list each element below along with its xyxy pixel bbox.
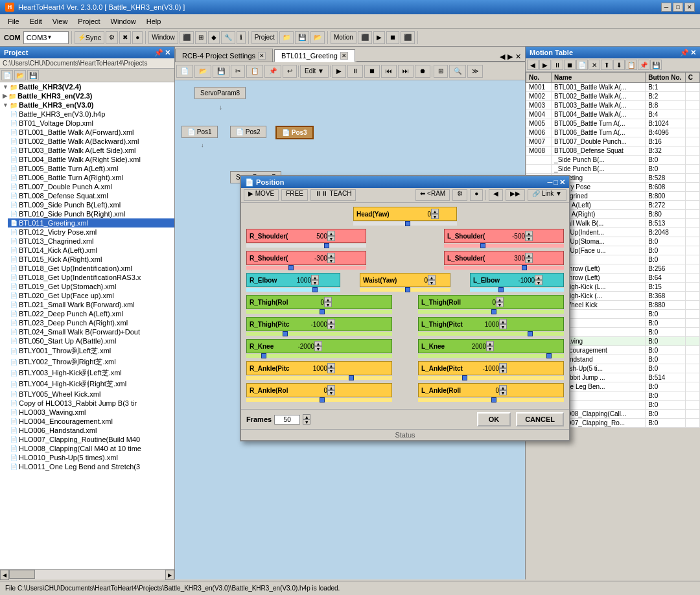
l-shoulder-500-up[interactable]: ▲ — [525, 231, 533, 236]
l-thigh-roll-input[interactable] — [473, 299, 496, 306]
tree-file-hlo010[interactable]: 📄 HLO010_Push-Up(5 times).xml — [8, 453, 174, 462]
waist-yaw-up[interactable]: ▲ — [428, 275, 436, 280]
r-knee-thumb[interactable] — [261, 353, 266, 358]
r-shoulder-300-up[interactable]: ▲ — [327, 253, 335, 258]
r-ankle-pitch-track[interactable] — [246, 376, 392, 380]
toolbar-m1[interactable]: ⬛ — [358, 31, 372, 44]
motion-btn-3[interactable]: ⏸ — [552, 60, 563, 70]
l-ankle-roll-input[interactable] — [473, 387, 499, 394]
maximize-button[interactable]: □ — [673, 3, 683, 12]
ok-button[interactable]: OK — [477, 412, 511, 426]
project-pin-icon[interactable]: 📌 — [154, 49, 163, 57]
l-thigh-roll-track[interactable] — [418, 310, 564, 314]
tree-file-btl050[interactable]: 📄 BTL050_Start Up A(Battle).xml — [8, 336, 174, 345]
l-thigh-pitch-thumb[interactable] — [528, 331, 533, 336]
node-pos3[interactable]: 📄 Pos3 — [275, 126, 314, 139]
hscroll-left[interactable]: ◀ — [0, 570, 9, 580]
dialog-star-btn[interactable]: ⚙ — [452, 189, 467, 201]
toolbar-m4[interactable]: ⬛ — [401, 31, 415, 44]
l-elbow-up[interactable]: ▲ — [535, 275, 542, 280]
edit-save-btn[interactable]: 💾 — [213, 65, 229, 78]
waist-yaw-track[interactable] — [360, 288, 450, 292]
tree-file-hlo011[interactable]: 📄 HLO011_One Leg Bend and Stretch(3 — [8, 462, 174, 471]
window-button[interactable]: Window — [148, 31, 178, 44]
r-thigh-pitch-track[interactable] — [246, 332, 392, 336]
tree-file-hlo013copy[interactable]: 📄 Copy of HLO013_Rabbit Jump B(3 tir — [8, 399, 174, 408]
edit-open-btn[interactable]: 📂 — [194, 65, 211, 78]
node-pos2[interactable]: 📄 Pos2 — [230, 126, 266, 138]
r-thigh-pitch-thumb[interactable] — [283, 331, 288, 336]
menu-window[interactable]: Window — [106, 14, 141, 28]
project-save-btn[interactable]: 💾 — [27, 70, 39, 80]
r-shoulder-300-track[interactable] — [246, 266, 366, 270]
edit-rewind-btn[interactable]: ⏮ — [381, 65, 397, 78]
minimize-button[interactable]: ─ — [661, 3, 671, 12]
l-knee-down[interactable]: ▼ — [486, 346, 494, 351]
edit-new-btn[interactable]: 📄 — [176, 65, 193, 78]
r-ankle-roll-input[interactable] — [301, 387, 327, 394]
motion-btn-paste[interactable]: 📌 — [638, 60, 649, 70]
toolbar-btn-2[interactable]: ✖ — [119, 31, 131, 44]
dialog-nav-left[interactable]: ◀ — [489, 189, 503, 201]
r-ankle-roll-down[interactable]: ▼ — [327, 390, 335, 395]
tab-btl011[interactable]: BTL011_Greeting ✕ — [274, 49, 355, 62]
menu-help[interactable]: Help — [141, 14, 167, 28]
tree-file-hlo008[interactable]: 📄 HLO008_Clapping(Call M40 at 10 time — [8, 444, 174, 453]
l-ankle-roll-thumb[interactable] — [491, 397, 496, 402]
tree-file-btl018b[interactable]: 📄 BTL018_Get Up(IndentificationRAS3.x — [8, 273, 174, 282]
frames-input[interactable] — [274, 415, 300, 425]
r-thigh-pitch-up[interactable]: ▲ — [327, 319, 335, 324]
l-knee-track[interactable] — [418, 354, 564, 358]
waist-yaw-down[interactable]: ▼ — [428, 280, 436, 285]
l-elbow-down[interactable]: ▼ — [535, 280, 542, 285]
edit-undo-btn[interactable]: ↩ — [283, 65, 297, 78]
toolbar-btn-3[interactable]: ● — [132, 31, 143, 44]
tree-file-btl003[interactable]: 📄 BTL003_Battle Walk A(Left Side).xml — [8, 146, 174, 155]
tab-rcb4[interactable]: RCB-4 Project Settings ✕ — [175, 49, 273, 62]
l-thigh-roll-thumb[interactable] — [491, 309, 496, 314]
motion-table-row-0[interactable]: M001 BTL001_Battle Walk A(... B:1 — [526, 83, 700, 92]
tree-file-btl009[interactable]: 📄 BTL009_Side Punch B(Left).xml — [8, 200, 174, 209]
tree-file-btl007[interactable]: 📄 BTL007_Double Punch A.xml — [8, 182, 174, 191]
motion-btn-save[interactable]: 💾 — [650, 60, 662, 70]
edit-copy-btn[interactable]: 📋 — [246, 65, 263, 78]
l-ankle-pitch-thumb[interactable] — [462, 375, 467, 380]
tree-file-hlo006[interactable]: 📄 HLO006_Handstand.xml — [8, 426, 174, 435]
motion-btn-4[interactable]: ⏹ — [564, 60, 576, 70]
r-ankle-roll-track[interactable] — [246, 398, 392, 402]
motion-table-row-5[interactable]: M006 BTL006_Battle Turn A(... B:4096 — [526, 128, 700, 137]
tree-file-btl008[interactable]: 📄 BTL008_Defense Squat.xml — [8, 191, 174, 200]
frames-up[interactable]: ▲ — [303, 414, 310, 419]
tree-file-btly005[interactable]: 📄 BTLY005_Wheel Kick.xml — [8, 390, 174, 399]
toolbar-w5[interactable]: ℹ — [237, 31, 246, 44]
tree-file-btl004[interactable]: 📄 BTL004_Battle Walk A(Right Side).xml — [8, 155, 174, 164]
l-elbow-track[interactable] — [470, 288, 564, 292]
tab-close-btl011[interactable]: ✕ — [340, 52, 348, 60]
l-thigh-roll-up[interactable]: ▲ — [496, 297, 504, 302]
hscroll-track[interactable] — [9, 570, 165, 579]
l-thigh-pitch-input[interactable] — [473, 321, 499, 328]
r-thigh-roll-track[interactable] — [246, 310, 392, 314]
edit-play-btn[interactable]: ▶ — [332, 65, 346, 78]
l-shoulder-500-track[interactable] — [444, 244, 564, 248]
l-shoulder-300-input[interactable] — [499, 255, 525, 262]
r-shoulder-500-input[interactable] — [301, 233, 327, 240]
edit-cut-btn[interactable]: ✂ — [231, 65, 245, 78]
r-shoulder-300-input[interactable] — [301, 255, 327, 262]
edit-stop-btn[interactable]: ⏹ — [364, 65, 380, 78]
r-thigh-pitch-input[interactable] — [301, 321, 327, 328]
menu-view[interactable]: View — [47, 14, 73, 28]
head-yaw-input[interactable] — [405, 211, 431, 218]
r-thigh-roll-thumb[interactable] — [320, 309, 325, 314]
r-thigh-roll-up[interactable]: ▲ — [324, 297, 332, 302]
l-thigh-pitch-up[interactable]: ▲ — [499, 319, 507, 324]
motion-table-row-3[interactable]: M004 BTL004_Battle Walk A(... B:4 — [526, 110, 700, 119]
l-shoulder-500-input[interactable] — [499, 233, 525, 240]
r-ankle-roll-thumb[interactable] — [320, 397, 325, 402]
menu-file[interactable]: File — [3, 14, 25, 28]
tab-close-rcb4[interactable]: ✕ — [258, 52, 266, 60]
motion-btn-7[interactable]: ⬆ — [601, 60, 612, 70]
tree-file-btl012[interactable]: 📄 BTL012_Victry Pose.xml — [8, 228, 174, 237]
edit-grid-btn[interactable]: ⊞ — [434, 65, 448, 78]
project-open-btn[interactable]: 📂 — [14, 70, 26, 80]
